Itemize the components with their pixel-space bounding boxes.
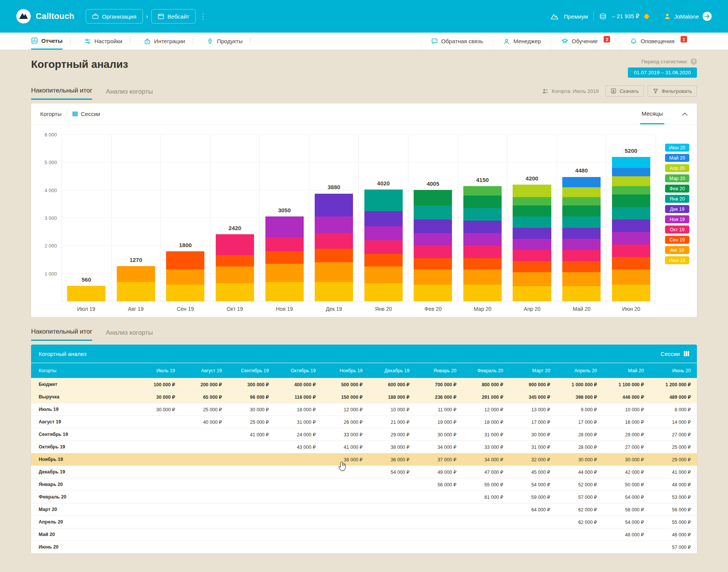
bar-segment[interactable] [364,190,403,211]
bar-segment[interactable] [513,185,551,197]
bar-segment[interactable] [612,232,650,244]
bar-segment[interactable] [513,261,551,272]
bar-segment[interactable] [562,228,601,239]
legend-item[interactable]: Май 20 [665,154,689,162]
reports-kebab-icon[interactable]: ⋮ [67,33,74,50]
bar-segment[interactable] [414,205,452,219]
toggle-cohorts[interactable]: Когорты [40,111,61,117]
bar-segment[interactable] [265,216,304,237]
bar-segment[interactable] [562,177,601,188]
bar-segment[interactable] [463,270,502,285]
nav-item-products[interactable]: Продукты [207,33,243,50]
table-row[interactable]: Январь 2056 000 ₽55 000 ₽54 000 ₽52 000 … [31,478,697,491]
filter-button[interactable]: Фильтровать [648,85,697,97]
bar-segment[interactable] [562,187,601,197]
legend-item[interactable]: Апр 20 [665,164,689,172]
tab-months[interactable]: Месяцы [640,103,664,124]
settings-kebab-icon[interactable]: ⋮ [127,33,133,50]
legend-item[interactable]: Авг 19 [665,246,689,254]
bar-segment[interactable] [216,234,254,255]
bar-segment[interactable] [364,211,403,226]
bar-segment[interactable] [612,194,650,207]
bar-segment[interactable] [562,272,601,286]
bar-segment[interactable] [562,205,601,216]
bar-segment[interactable] [315,262,353,282]
cohort-chip[interactable]: Когорта: Июль 2019 [542,88,599,94]
bar-segment[interactable] [513,216,551,227]
nav-item-settings[interactable]: Настройки [84,33,122,50]
download-button[interactable]: Скачать [606,85,644,97]
bar-segment[interactable] [414,270,452,285]
logout-icon[interactable] [702,11,712,21]
bar-segment[interactable] [463,221,502,233]
bar-segment[interactable] [463,186,502,196]
tab2-cohort-analysis[interactable]: Анализ когорты [106,329,153,341]
table-row[interactable]: Февраль 2061 000 ₽59 000 ₽57 000 ₽54 000… [31,491,697,503]
bar-segment[interactable] [166,270,204,285]
bar-segment[interactable] [265,282,304,301]
bar-segment[interactable] [414,246,452,258]
bar-segment[interactable] [562,250,601,261]
bar-segment[interactable] [265,251,304,264]
bar-segment[interactable] [414,190,452,205]
bar-segment[interactable] [414,219,452,234]
bar-segment[interactable] [562,239,601,250]
bar-segment[interactable] [364,266,403,283]
bar-segment[interactable] [216,266,254,283]
calltouch-logo[interactable]: Calltouch [16,9,74,24]
table-row[interactable]: Июнь 2057 000 ₽ [31,541,697,553]
products-kebab-icon[interactable]: ⋮ [247,33,254,50]
bar-segment[interactable] [315,233,353,248]
legend-item[interactable]: Мар 20 [665,174,689,182]
table-row[interactable]: Март 2064 000 ₽62 000 ₽58 000 ₽56 000 ₽ [31,503,697,516]
bar-segment[interactable] [562,197,601,205]
bar-segment[interactable] [513,205,551,216]
bar-segment[interactable] [612,257,650,270]
bar-segment[interactable] [513,272,551,286]
bar-segment[interactable] [612,219,650,232]
bar-segment[interactable] [216,255,254,267]
bar-segment[interactable] [364,254,403,266]
bar-segment[interactable] [414,285,452,301]
bar-segment[interactable] [513,239,551,250]
bar-segment[interactable] [612,186,650,194]
table-row[interactable]: Май 2048 000 ₽46 000 ₽ [31,528,697,541]
legend-item[interactable]: Июл 19 [665,256,689,264]
help-icon[interactable]: ? [690,58,697,65]
bar-segment[interactable] [364,240,403,254]
bar-segment[interactable] [414,233,452,246]
tab-cumulative-total[interactable]: Накопительный итог [31,87,92,100]
bar-segment[interactable] [315,282,353,301]
bar-segment[interactable] [612,168,650,176]
bar-segment[interactable] [414,258,452,269]
integrations-kebab-icon[interactable]: ⋮ [190,33,196,50]
user-chip[interactable]: JoMalone [664,11,712,21]
bar-segment[interactable] [513,250,551,261]
legend-item[interactable]: Дек 19 [665,205,689,213]
legend-item[interactable]: Сен 19 [665,236,689,244]
toggle-sessions[interactable]: Сессии [72,111,100,117]
bar-segment[interactable] [513,286,551,301]
premium-label[interactable]: Премиум [564,13,588,20]
nav-item-manager[interactable]: Менеджер [493,33,551,50]
table-sessions-toggle[interactable]: Сессии [661,351,689,357]
website-kebab-icon[interactable]: ⋮ [199,12,206,20]
bar-segment[interactable] [463,208,502,221]
bar-segment[interactable] [463,258,502,269]
tab2-cumulative-total[interactable]: Накопительный итог [31,328,92,341]
bar-segment[interactable] [463,246,502,258]
bar-segment[interactable] [463,285,502,301]
bar-segment[interactable] [265,264,304,282]
alert-diamond-icon[interactable] [644,13,650,19]
table-row[interactable]: Декабрь 1954 000 ₽49 000 ₽47 000 ₽45 000… [31,466,697,478]
nav-item-education[interactable]: Обучение 2 [551,33,620,50]
bar-segment[interactable] [166,251,204,270]
nav-item-reports[interactable]: Отчеты [31,33,63,50]
bar-segment[interactable] [513,197,551,205]
nav-item-integrations[interactable]: Интеграции [144,33,185,50]
bar-segment[interactable] [364,283,403,301]
table-row[interactable]: Бюджет100 000 ₽200 000 ₽300 000 ₽400 000… [31,378,697,391]
bar-segment[interactable] [562,286,601,301]
bar-segment[interactable] [265,237,304,251]
nav-item-feedback[interactable]: Обратная связь [421,33,493,50]
